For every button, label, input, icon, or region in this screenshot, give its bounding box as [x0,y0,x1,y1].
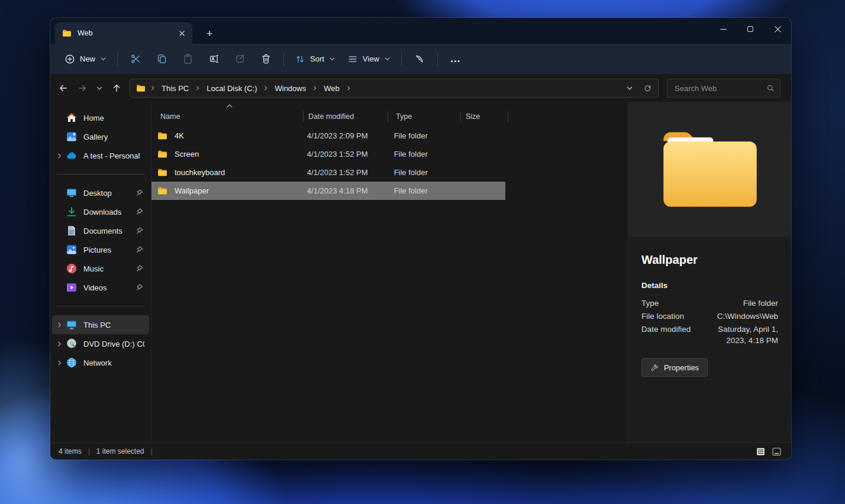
home-icon [66,112,78,124]
copy-icon [156,53,167,64]
close-button[interactable] [764,18,791,40]
new-button[interactable]: New [59,49,112,70]
sidebar-item-videos[interactable]: Videos [52,278,149,297]
folder-icon [157,167,167,177]
minimize-button[interactable] [709,18,737,40]
file-row-wallpaper-selected[interactable]: Wallpaper 4/1/2023 4:18 PM File folder [151,182,505,200]
network-icon [66,357,78,369]
copy-button[interactable] [149,49,175,70]
details-section-heading: Details [641,281,778,290]
breadcrumb-local-disk[interactable]: Local Disk (C:) [205,83,259,94]
view-button-label: View [363,54,379,63]
sidebar-item-home[interactable]: Home [52,108,149,127]
file-type: File folder [386,186,459,195]
view-lines-icon [347,54,358,64]
file-type: File folder [386,131,459,140]
rename-icon [208,53,220,64]
back-button[interactable] [54,79,73,98]
chevron-down-icon [626,85,633,92]
breadcrumb-this-pc[interactable]: This PC [160,83,191,94]
sidebar-item-this-pc[interactable]: This PC [52,315,149,334]
pizza-slice-button[interactable] [407,49,433,70]
column-header-type[interactable]: Type [388,108,461,125]
folder-icon [136,83,146,93]
file-type: File folder [386,168,459,177]
tab-web[interactable]: Web [55,22,192,44]
details-pane: Wallpaper Details Type File folder File … [628,102,791,442]
forward-button[interactable] [73,79,92,98]
cut-button[interactable] [122,49,149,70]
breadcrumb-web[interactable]: Web [322,83,341,94]
up-button[interactable] [107,79,126,98]
delete-icon [260,53,272,64]
breadcrumb-windows[interactable]: Windows [273,83,308,94]
pizza-slice-icon [414,53,425,64]
file-name: 4K [175,131,184,140]
sidebar-separator [56,306,145,306]
sidebar-item-network[interactable]: Network [52,353,149,372]
refresh-icon [643,84,652,93]
recent-locations-button[interactable] [92,79,107,98]
details-fields: Type File folder File location C:\Window… [641,298,778,346]
details-field-type: Type File folder [641,298,778,309]
file-row-screen[interactable]: Screen 4/1/2023 1:52 PM File folder [151,145,505,163]
file-date-modified: 4/1/2023 1:52 PM [302,168,386,177]
file-name: Screen [175,150,199,159]
delete-button[interactable] [253,49,279,70]
sort-button[interactable]: Sort [289,49,341,70]
navigation-pane: Home Gallery A test - Personal [50,102,151,442]
preview-area [628,102,791,237]
sidebar-item-onedrive[interactable]: A test - Personal [52,146,149,165]
breadcrumb-chevron-icon [346,85,351,91]
address-field[interactable]: This PC Local Disk (C:) Windows Web [130,79,659,98]
status-separator: | [151,447,153,455]
field-value: C:\Windows\Web [697,311,778,322]
search-icon [766,84,775,92]
view-button[interactable]: View [341,49,396,70]
sidebar-item-gallery[interactable]: Gallery [52,127,149,146]
column-header-date-modified[interactable]: Date modified [304,108,388,125]
refresh-button[interactable] [639,80,656,96]
properties-button[interactable]: Properties [641,358,708,377]
tab-label: Web [78,29,169,37]
details-view-toggle[interactable] [754,445,767,457]
sidebar-separator [56,174,145,175]
this-pc-icon [66,319,78,331]
window-controls [709,18,791,40]
file-row-touchkeyboard[interactable]: touchkeyboard 4/1/2023 1:52 PM File fold… [151,163,505,182]
rename-button[interactable] [201,49,227,70]
onedrive-icon [66,150,78,161]
plus-circle-icon [64,54,75,64]
file-list: Name Date modified Type Size 4K 4/1/2023… [151,102,628,442]
address-dropdown-button[interactable] [621,80,638,96]
sidebar-item-music[interactable]: Music [52,259,149,278]
sidebar-item-documents[interactable]: Documents [52,221,149,240]
share-button[interactable] [227,49,253,70]
details-field-date-modified: Date modified Saturday, April 1, 2023, 4… [641,324,778,346]
see-more-button[interactable]: … [443,49,469,70]
tab-bar: Web + [50,18,791,44]
thumbnails-view-icon [772,447,782,457]
large-thumbnails-view-toggle[interactable] [770,445,783,457]
column-header-size[interactable]: Size [461,108,508,125]
column-header-name[interactable]: Name [151,108,304,125]
desktop-wallpaper: { "titlebar": { "tab_label": "Web", "new… [0,0,845,504]
file-row-4k[interactable]: 4K 4/1/2023 2:09 PM File folder [151,127,505,145]
paste-button[interactable] [175,49,201,70]
chevron-down-icon [329,56,336,62]
desktop-icon [66,187,78,199]
sidebar-item-pictures[interactable]: Pictures [52,240,149,259]
tab-close-icon[interactable] [175,26,189,40]
new-tab-button[interactable]: + [201,24,218,42]
search-input[interactable] [673,83,766,93]
sidebar-item-dvd-drive[interactable]: DVD Drive (D:) CCC [52,334,149,353]
pin-icon [136,208,144,216]
chevron-down-icon [384,56,391,62]
file-explorer-window: Web + New [50,18,791,460]
documents-icon [66,225,78,237]
file-name: Wallpaper [175,186,209,195]
sidebar-item-downloads[interactable]: Downloads [52,202,149,221]
maximize-button[interactable] [737,18,764,40]
sidebar-item-desktop[interactable]: Desktop [52,183,149,202]
breadcrumb-chevron-icon [312,85,318,91]
